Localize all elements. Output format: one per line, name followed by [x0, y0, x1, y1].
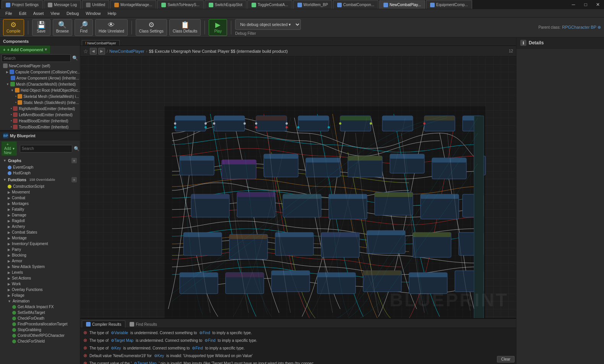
tree-item-self[interactable]: NewCombatPlayer (self)	[0, 63, 80, 69]
func-overlay[interactable]: ▶ Overlay Functions	[0, 287, 80, 292]
find-button[interactable]: 🔎 Find	[75, 19, 93, 36]
my-blueprint-search-input[interactable]	[20, 145, 72, 153]
func-event-graph[interactable]: EventGraph	[0, 164, 80, 170]
menu-asset[interactable]: Asset	[30, 10, 47, 16]
debug-object-select[interactable]: No debug object selected ▾	[235, 19, 301, 30]
components-search-button[interactable]: 🔍	[71, 55, 78, 62]
func-combat-states[interactable]: ▶ Combat States	[0, 229, 80, 235]
tree-item-skeletal[interactable]: • Skeletal Mesh (SkeletalMesh) i...	[0, 93, 80, 99]
tree-item-right-arm[interactable]: • RightArmBloodEmitter (Inherited)	[0, 106, 80, 112]
compiler-var-link-5[interactable]: ⚙Target Map	[134, 361, 156, 364]
functions-category[interactable]: ▼ Functions 158 Overridable +	[0, 176, 80, 184]
class-settings-button[interactable]: ⚙ Class Settings	[136, 19, 167, 36]
func-work[interactable]: ▶ Work	[0, 281, 80, 287]
func-ragdoll[interactable]: ▶ Ragdoll	[0, 218, 80, 224]
tab-new-combat-player[interactable]: NewCombatPlay...	[379, 0, 425, 9]
func-fatality[interactable]: ▶ Fatality	[0, 206, 80, 212]
breadcrumb-back-button[interactable]: ◀	[90, 48, 97, 55]
tab-equipment-comp[interactable]: EquipmentComp...	[426, 0, 472, 9]
compiler-var-link-3[interactable]: ⚙Key	[111, 345, 121, 351]
my-blueprint-search-button[interactable]: 🔍	[73, 145, 80, 152]
tab-untitled[interactable]: Untitled	[82, 0, 109, 9]
menu-edit[interactable]: Edit	[16, 10, 29, 16]
compiler-content[interactable]: ⊗ The type of ⚙Variable is undetermined.…	[80, 328, 516, 364]
tab-world-item[interactable]: WorldItem_BP	[293, 0, 332, 9]
browse-button[interactable]: 🔍 Browse	[53, 19, 72, 36]
compiler-var-link-1[interactable]: ⚙Variable	[111, 330, 128, 336]
tree-item-head-blood[interactable]: • HeadBloodEmitter (Inherited)	[0, 118, 80, 124]
compile-button[interactable]: ⚙ Compile	[3, 19, 24, 36]
add-component-button[interactable]: + + Add Component ▾	[0, 46, 50, 54]
func-stop-grabbing[interactable]: StopGrabbing	[0, 327, 80, 333]
func-armor[interactable]: ▶ Armor	[0, 258, 80, 264]
tree-item-left-arm[interactable]: • LeftArmBloodEmitter (Inherited)	[0, 112, 80, 118]
func-hud-graph[interactable]: HudGraph	[0, 170, 80, 176]
graph-canvas[interactable]: BLUEPRINT	[80, 57, 516, 318]
func-inventory[interactable]: ▶ Inventory/ Equipment	[0, 241, 80, 247]
func-archery[interactable]: ▶ Archery	[0, 224, 80, 229]
graphs-category[interactable]: ▼ Graphs +	[0, 157, 80, 164]
breadcrumb-graph-name[interactable]: NewCombatPlayer	[109, 49, 145, 54]
add-graph-button[interactable]: +	[71, 158, 77, 163]
components-search-input[interactable]	[2, 54, 71, 62]
func-montage[interactable]: ▶ Montage	[0, 235, 80, 241]
tree-item-held-root[interactable]: ▼ Held Object Root (HeldObjectRoc...	[0, 87, 80, 93]
func-blocking[interactable]: ▶ Blocking	[0, 252, 80, 258]
func-parry[interactable]: ▶ Parry	[0, 247, 80, 252]
func-control-other[interactable]: ControlOtherRPGCharacter	[0, 333, 80, 338]
hide-unrelated-button[interactable]: 👁 Hide Unrelated	[95, 19, 128, 36]
func-animation[interactable]: ▼ Animation	[0, 298, 80, 304]
func-movement[interactable]: ▶ Movement	[0, 189, 80, 195]
func-new-attack[interactable]: ▶ New Attack System	[0, 264, 80, 270]
tab-montage[interactable]: MontageManage...	[110, 0, 156, 9]
func-set-actions[interactable]: ▶ Set Actions	[0, 275, 80, 281]
compiler-var-link-4[interactable]: ⚙Key	[154, 353, 164, 359]
menu-help[interactable]: Help	[104, 10, 119, 16]
tree-item-capsule[interactable]: ▶ Capsule Component (CollisionCylinc...	[0, 69, 80, 75]
menu-file[interactable]: File	[2, 10, 15, 16]
func-combat[interactable]: ▶ Combat	[0, 195, 80, 201]
close-button[interactable]: ✕	[592, 0, 604, 9]
breadcrumb-forward-button[interactable]: ▶	[98, 48, 105, 55]
tree-item-torso-blood[interactable]: • TorsoBloodEmitter (Inherited)	[0, 124, 80, 130]
tab-switch-equip[interactable]: SwitchEquipSlot	[205, 0, 247, 9]
func-damage[interactable]: ▶ Damage	[0, 212, 80, 218]
add-new-button[interactable]: + Add New ▾	[2, 141, 17, 156]
play-button[interactable]: ▶ Play	[209, 19, 227, 36]
func-montages[interactable]: ▶ Montages	[0, 201, 80, 206]
graph-tab-active[interactable]: f NewCombatPlayer	[82, 40, 120, 46]
func-check-death[interactable]: CheckForDeath	[0, 315, 80, 321]
compiler-find-link-3[interactable]: ⚙Find	[192, 345, 203, 351]
func-levels[interactable]: ▶ Levels	[0, 270, 80, 275]
func-foliage[interactable]: ▶ Foliage	[0, 292, 80, 298]
class-defaults-button[interactable]: 📋 Class Defaults	[169, 19, 201, 36]
add-function-button[interactable]: +	[71, 177, 77, 182]
tab-message-log[interactable]: Message Log	[44, 0, 81, 9]
compiler-find-link-2[interactable]: ⚙Find	[205, 338, 215, 343]
func-check-shield[interactable]: CheckForShield	[0, 338, 80, 344]
menu-window[interactable]: Window	[83, 10, 104, 16]
func-find-procedural[interactable]: FindProceduralIocationTarget	[0, 321, 80, 327]
func-get-attack-fx[interactable]: Get Attack Impact FX	[0, 304, 80, 310]
func-construction-script[interactable]: ConstructionScript	[0, 184, 80, 189]
parent-class-link[interactable]: RPGCharacter BP ⊕	[562, 25, 601, 30]
func-set-self-target[interactable]: SetSelfAsTarget	[0, 310, 80, 315]
tree-item-arrow[interactable]: Arrow Component (Arrow) (Inherite...	[0, 75, 80, 81]
tree-item-static[interactable]: • Static Mesh (StaticMesh) (Inhe...	[0, 99, 80, 106]
compiler-var-link-2[interactable]: ⚙Target Map	[111, 338, 133, 343]
minimize-button[interactable]: ─	[567, 0, 580, 9]
maximize-button[interactable]: □	[580, 0, 592, 9]
menu-view[interactable]: View	[47, 10, 63, 16]
clear-button[interactable]: Clear	[497, 356, 515, 362]
compiler-find-link-1[interactable]: ⚙Find	[199, 330, 210, 336]
breadcrumb-star[interactable]: ☆	[83, 48, 88, 54]
tab-combat-comp[interactable]: CombatCompon...	[333, 0, 378, 9]
find-results-tab[interactable]: Find Results	[125, 320, 161, 328]
tab-toggle-combat[interactable]: ToggleCombatA...	[247, 0, 292, 9]
tab-project-settings[interactable]: Project Settings	[2, 0, 43, 9]
save-button[interactable]: 💾 Save	[32, 19, 50, 36]
tree-item-mesh[interactable]: ▼ Mesh (CharacterMesh0) (Inherited)	[0, 81, 80, 87]
compiler-results-tab[interactable]: Compiler Results	[82, 320, 125, 328]
tab-switch-heavy[interactable]: SwitchToHeavyS...	[157, 0, 203, 9]
menu-debug[interactable]: Debug	[63, 10, 82, 16]
